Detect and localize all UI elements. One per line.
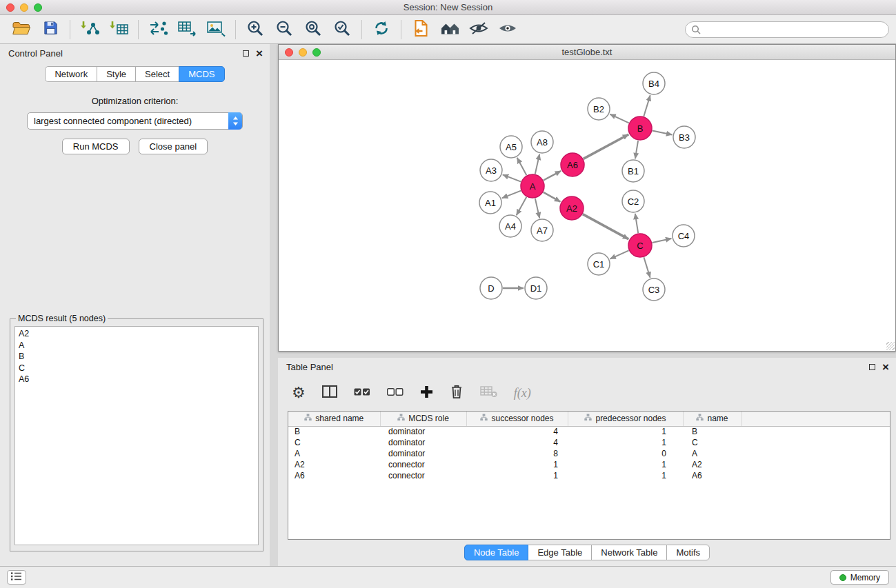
node-D1[interactable]: D1 — [525, 277, 547, 299]
show-details-button[interactable] — [493, 18, 522, 41]
fullscreen-window-button[interactable] — [34, 3, 42, 12]
edge-C-C4[interactable] — [653, 239, 672, 243]
column-header-MCDS-role[interactable]: MCDS role — [380, 412, 466, 426]
deselect-all-columns-button[interactable] — [387, 387, 404, 399]
edge-B-B1[interactable] — [635, 141, 638, 159]
node-B4[interactable]: B4 — [643, 72, 665, 94]
minimize-network-window-button[interactable] — [299, 48, 307, 57]
table-settings-button[interactable]: ⚙ — [292, 385, 306, 401]
show-columns-button[interactable] — [322, 385, 337, 401]
node-B2[interactable]: B2 — [588, 98, 610, 120]
edge-B-B4[interactable] — [644, 95, 650, 116]
edge-C-C3[interactable] — [644, 257, 650, 278]
table-tab-node-table[interactable]: Node Table — [464, 545, 529, 560]
edge-C-C1[interactable] — [610, 250, 628, 258]
node-B[interactable]: B — [628, 116, 652, 140]
export-document-button[interactable] — [406, 18, 435, 41]
node-A7[interactable]: A7 — [531, 219, 553, 241]
resize-grip[interactable] — [886, 342, 895, 350]
node-D[interactable]: D — [480, 277, 502, 299]
edge-A-A4[interactable] — [517, 197, 527, 215]
edge-A-A5[interactable] — [517, 158, 527, 175]
mcds-result-item[interactable]: B — [19, 351, 255, 363]
edge-B-B2[interactable] — [610, 114, 628, 123]
mcds-result-item[interactable]: A6 — [19, 374, 255, 385]
table-row[interactable]: Cdominator41C — [288, 437, 890, 448]
node-A[interactable]: A — [521, 174, 544, 198]
minimize-window-button[interactable] — [20, 3, 28, 12]
tab-mcds[interactable]: MCDS — [179, 66, 224, 82]
hide-details-button[interactable] — [464, 18, 493, 41]
edge-A-A1[interactable] — [502, 191, 521, 199]
tab-network[interactable]: Network — [45, 66, 97, 82]
mcds-result-item[interactable]: C — [19, 363, 255, 374]
node-C2[interactable]: C2 — [622, 190, 644, 212]
run-mcds-button[interactable]: Run MCDS — [62, 139, 130, 154]
table-tab-network-table[interactable]: Network Table — [591, 545, 667, 560]
table-row[interactable]: Bdominator41B — [288, 426, 890, 437]
float-panel-icon[interactable] — [243, 50, 249, 57]
open-session-button[interactable] — [7, 18, 36, 41]
column-header-predecessor-nodes[interactable]: predecessor nodes — [568, 412, 683, 426]
edge-A-A2[interactable] — [544, 192, 561, 202]
network-graph[interactable]: B4B2B3A5A8B1A3C2A1A4A7C4C1C3DD1AA6A2BC — [279, 60, 895, 351]
mcds-result-item[interactable]: A2 — [19, 328, 255, 340]
mcds-result-item[interactable]: A — [19, 340, 255, 352]
memory-button[interactable]: Memory — [830, 570, 889, 585]
delete-column-button[interactable] — [450, 384, 464, 402]
criterion-dropdown[interactable]: largest connected component (directed) — [27, 112, 243, 130]
edge-A-A3[interactable] — [503, 174, 521, 181]
tab-style[interactable]: Style — [97, 66, 136, 82]
maximize-network-window-button[interactable] — [312, 48, 321, 57]
node-C[interactable]: C — [628, 234, 652, 257]
close-panel-button[interactable]: Close panel — [139, 139, 208, 154]
network-window-titlebar[interactable]: testGlobe.txt — [279, 45, 895, 60]
node-A5[interactable]: A5 — [500, 136, 522, 158]
table-row[interactable]: Adominator80A — [288, 448, 890, 459]
zoom-selected-button[interactable] — [328, 18, 357, 41]
tab-select[interactable]: Select — [135, 66, 179, 82]
close-panel-icon[interactable]: × — [256, 50, 263, 57]
table-row[interactable]: A2connector11A2 — [288, 459, 890, 470]
add-column-button[interactable] — [420, 385, 433, 401]
node-A6[interactable]: A6 — [561, 153, 584, 176]
column-header-name[interactable]: name — [683, 412, 741, 426]
network-canvas[interactable]: B4B2B3A5A8B1A3C2A1A4A7C4C1C3DD1AA6A2BC — [279, 60, 895, 351]
edge-A-A8[interactable] — [535, 154, 539, 174]
edge-C-C2[interactable] — [635, 214, 638, 233]
refresh-view-button[interactable] — [367, 18, 396, 41]
search-input[interactable] — [685, 21, 889, 38]
close-network-window-button[interactable] — [285, 48, 293, 57]
node-A1[interactable]: A1 — [479, 192, 501, 214]
save-session-button[interactable] — [36, 18, 65, 41]
edge-A6-B[interactable] — [584, 134, 629, 159]
task-history-button[interactable] — [7, 570, 26, 585]
new-table-button[interactable] — [172, 18, 201, 41]
zoom-fit-button[interactable] — [299, 18, 328, 41]
table-row[interactable]: A6connector11A6 — [288, 470, 890, 481]
import-table-button[interactable] — [104, 18, 133, 41]
edge-A-A7[interactable] — [535, 199, 539, 219]
edge-A-A6[interactable] — [544, 171, 561, 181]
column-header-shared-name[interactable]: shared name — [288, 412, 380, 426]
float-table-panel-icon[interactable] — [869, 364, 875, 370]
select-all-columns-button[interactable] — [354, 387, 370, 399]
new-network-button[interactable] — [143, 18, 172, 41]
node-A8[interactable]: A8 — [531, 131, 553, 153]
table-tab-edge-table[interactable]: Edge Table — [528, 545, 592, 560]
export-image-button[interactable] — [201, 18, 230, 41]
column-header-successor-nodes[interactable]: successor nodes — [466, 412, 568, 426]
node-A2[interactable]: A2 — [560, 196, 584, 220]
node-C1[interactable]: C1 — [588, 253, 610, 275]
node-C3[interactable]: C3 — [643, 278, 665, 301]
node-A4[interactable]: A4 — [499, 215, 521, 237]
table-tab-motifs[interactable]: Motifs — [666, 545, 710, 560]
zoom-out-button[interactable] — [270, 18, 299, 41]
import-network-button[interactable] — [75, 18, 104, 41]
overview-button[interactable] — [435, 18, 464, 41]
edge-A2-C[interactable] — [583, 214, 629, 239]
mcds-result-list[interactable]: A2ABCA6 — [14, 326, 259, 545]
node-B1[interactable]: B1 — [622, 160, 644, 182]
close-table-panel-icon[interactable]: × — [882, 364, 889, 371]
node-A3[interactable]: A3 — [480, 159, 502, 181]
